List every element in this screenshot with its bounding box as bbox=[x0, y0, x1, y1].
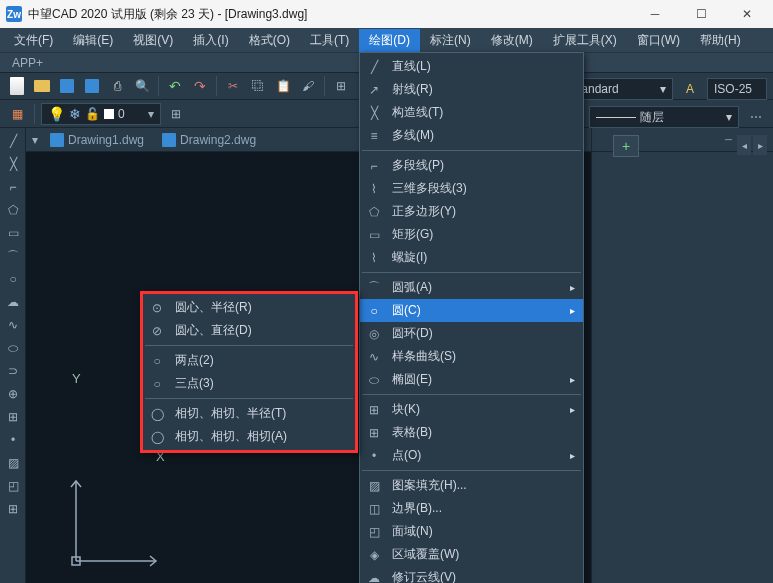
polygon-icon: ⬠ bbox=[364, 202, 384, 222]
menu-item-spline[interactable]: ∿样条曲线(S) bbox=[360, 345, 583, 368]
circle-ttt[interactable]: ◯相切、相切、相切(A) bbox=[143, 425, 355, 448]
doc-tab-1[interactable]: Drawing1.dwg bbox=[44, 131, 150, 149]
circle-tool[interactable]: ○ bbox=[2, 268, 24, 290]
ellipse-arc-tool[interactable]: ⊃ bbox=[2, 360, 24, 382]
menu-item-label: 相切、相切、相切(A) bbox=[175, 428, 287, 445]
menu-item-line[interactable]: ╱直线(L) bbox=[360, 55, 583, 78]
panel-min-icon[interactable]: ─ bbox=[725, 134, 732, 145]
circle-3p-icon: ○ bbox=[147, 374, 167, 394]
revcloud-tool[interactable]: ☁ bbox=[2, 291, 24, 313]
menu-window[interactable]: 窗口(W) bbox=[627, 29, 690, 52]
polygon-tool[interactable]: ⬠ bbox=[2, 199, 24, 221]
menu-draw[interactable]: 绘图(D) bbox=[359, 29, 420, 52]
scroll-left-button[interactable]: ◂ bbox=[737, 135, 751, 155]
spline-tool[interactable]: ∿ bbox=[2, 314, 24, 336]
menu-item-wipeout[interactable]: ◈区域覆盖(W) bbox=[360, 543, 583, 566]
paste-button[interactable]: 📋 bbox=[272, 75, 294, 97]
layer-combo[interactable]: 💡 ❄ 🔓 0 ▾ bbox=[41, 103, 161, 125]
menu-item-donut[interactable]: ◎圆环(D) bbox=[360, 322, 583, 345]
tab-expand-icon[interactable]: ▾ bbox=[32, 133, 38, 147]
match-button[interactable]: 🖌 bbox=[297, 75, 319, 97]
circle-3p[interactable]: ○三点(3) bbox=[143, 372, 355, 395]
tool-a[interactable]: ⊞ bbox=[330, 75, 352, 97]
menu-item-label: 直线(L) bbox=[392, 58, 431, 75]
menu-view[interactable]: 视图(V) bbox=[123, 29, 183, 52]
menu-edit[interactable]: 编辑(E) bbox=[63, 29, 123, 52]
ellipse-tool[interactable]: ⬭ bbox=[2, 337, 24, 359]
menu-tools[interactable]: 工具(T) bbox=[300, 29, 359, 52]
menu-item-rect[interactable]: ▭矩形(G) bbox=[360, 223, 583, 246]
menu-dimension[interactable]: 标注(N) bbox=[420, 29, 481, 52]
close-button[interactable]: ✕ bbox=[727, 0, 767, 28]
scroll-arrows: ◂ ▸ bbox=[737, 135, 767, 155]
menu-item-ray[interactable]: ↗射线(R) bbox=[360, 78, 583, 101]
dim-style-combo[interactable]: ISO-25 bbox=[707, 78, 767, 100]
linetype-value: 随层 bbox=[640, 109, 664, 126]
panel-add-tab[interactable]: + bbox=[613, 135, 639, 157]
menu-item-hatch[interactable]: ▨图案填充(H)... bbox=[360, 474, 583, 497]
menu-item-label: 构造线(T) bbox=[392, 104, 443, 121]
block-insert-tool[interactable]: ⊕ bbox=[2, 383, 24, 405]
circle-ttr[interactable]: ◯相切、相切、半径(T) bbox=[143, 402, 355, 425]
menu-item-label: 多段线(P) bbox=[392, 157, 444, 174]
menu-item-label: 两点(2) bbox=[175, 352, 214, 369]
linetype-tool[interactable]: ⋯ bbox=[745, 106, 767, 128]
menu-item-ellipse[interactable]: ⬭椭圆(E)▸ bbox=[360, 368, 583, 391]
saveas-button[interactable] bbox=[81, 75, 103, 97]
maximize-button[interactable]: ☐ bbox=[681, 0, 721, 28]
menu-item-label: 图案填充(H)... bbox=[392, 477, 467, 494]
menu-ext[interactable]: 扩展工具(X) bbox=[543, 29, 627, 52]
circle-center-radius[interactable]: ⊙圆心、半径(R) bbox=[143, 296, 355, 319]
menu-item-mline[interactable]: ≡多线(M) bbox=[360, 124, 583, 147]
menu-item-region[interactable]: ◰面域(N) bbox=[360, 520, 583, 543]
menu-insert[interactable]: 插入(I) bbox=[183, 29, 238, 52]
point-tool[interactable]: • bbox=[2, 429, 24, 451]
menu-item-point[interactable]: •点(O)▸ bbox=[360, 444, 583, 467]
menu-item-table[interactable]: ⊞表格(B) bbox=[360, 421, 583, 444]
new-button[interactable] bbox=[6, 75, 28, 97]
menu-item-circle[interactable]: ○圆(C)▸ bbox=[360, 299, 583, 322]
hatch-tool[interactable]: ▨ bbox=[2, 452, 24, 474]
line-tool[interactable]: ╱ bbox=[2, 130, 24, 152]
menu-item-boundary[interactable]: ◫边界(B)... bbox=[360, 497, 583, 520]
copy-button[interactable]: ⿻ bbox=[247, 75, 269, 97]
menu-item-arc[interactable]: ⌒圆弧(A)▸ bbox=[360, 276, 583, 299]
menu-item-revcloud[interactable]: ☁修订云线(V) bbox=[360, 566, 583, 583]
hatch-icon: ▨ bbox=[364, 476, 384, 496]
print-button[interactable]: ⎙ bbox=[106, 75, 128, 97]
scroll-right-button[interactable]: ▸ bbox=[753, 135, 767, 155]
menu-item-xline[interactable]: ╳构造线(T) bbox=[360, 101, 583, 124]
arc-tool[interactable]: ⌒ bbox=[2, 245, 24, 267]
menu-format[interactable]: 格式(O) bbox=[239, 29, 300, 52]
xline-tool[interactable]: ╳ bbox=[2, 153, 24, 175]
open-button[interactable] bbox=[31, 75, 53, 97]
undo-button[interactable]: ↶ bbox=[164, 75, 186, 97]
save-button[interactable] bbox=[56, 75, 78, 97]
menu-item-helix[interactable]: ⌇螺旋(I) bbox=[360, 246, 583, 269]
preview-button[interactable]: 🔍 bbox=[131, 75, 153, 97]
menu-item-pline3d[interactable]: ⌇三维多段线(3) bbox=[360, 177, 583, 200]
circle-center-diameter[interactable]: ⊘圆心、直径(D) bbox=[143, 319, 355, 342]
region-tool[interactable]: ◰ bbox=[2, 475, 24, 497]
cut-button[interactable]: ✂ bbox=[222, 75, 244, 97]
pline-tool[interactable]: ⌐ bbox=[2, 176, 24, 198]
circle-2p[interactable]: ○两点(2) bbox=[143, 349, 355, 372]
layer-tool-button[interactable]: ⊞ bbox=[165, 103, 187, 125]
menu-modify[interactable]: 修改(M) bbox=[481, 29, 543, 52]
menu-help[interactable]: 帮助(H) bbox=[690, 29, 751, 52]
linetype-combo[interactable]: 随层 ▾ bbox=[589, 106, 739, 128]
menu-file[interactable]: 文件(F) bbox=[4, 29, 63, 52]
block-make-tool[interactable]: ⊞ bbox=[2, 406, 24, 428]
menu-item-label: 边界(B)... bbox=[392, 500, 442, 517]
ellipse-icon: ⬭ bbox=[364, 370, 384, 390]
redo-button[interactable]: ↷ bbox=[189, 75, 211, 97]
doc-tab-2[interactable]: Drawing2.dwg bbox=[156, 131, 262, 149]
menu-item-pline[interactable]: ⌐多段线(P) bbox=[360, 154, 583, 177]
rect-tool[interactable]: ▭ bbox=[2, 222, 24, 244]
menu-item-block[interactable]: ⊞块(K)▸ bbox=[360, 398, 583, 421]
style-tool[interactable]: A bbox=[679, 78, 701, 100]
layer-panel-button[interactable]: ▦ bbox=[6, 103, 28, 125]
menu-item-polygon[interactable]: ⬠正多边形(Y) bbox=[360, 200, 583, 223]
minimize-button[interactable]: ─ bbox=[635, 0, 675, 28]
table-tool[interactable]: ⊞ bbox=[2, 498, 24, 520]
